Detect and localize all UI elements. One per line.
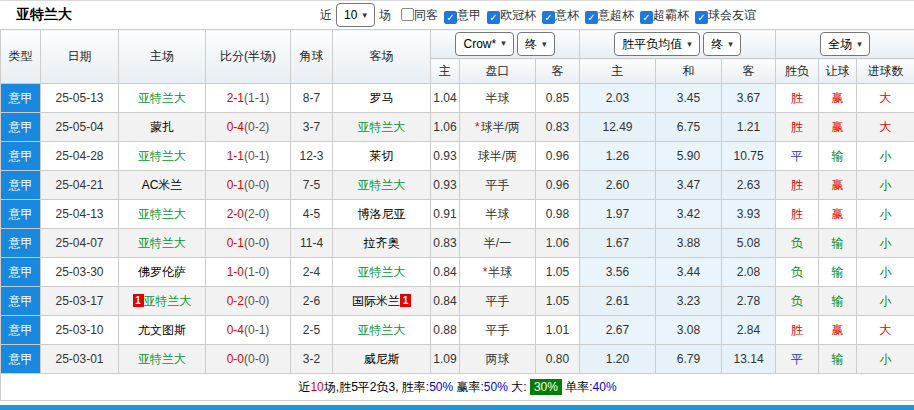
avg-final-select[interactable]: 终 ▾: [703, 32, 741, 56]
filter-label-club-friendly[interactable]: 球会友谊: [708, 8, 756, 22]
away-team-name[interactable]: 博洛尼亚: [358, 207, 406, 221]
sub-header-avg-win: 主: [580, 59, 656, 84]
away-team-name[interactable]: 莱切: [370, 149, 394, 163]
avg-lose-odds-cell: 5.08: [722, 229, 776, 258]
filter-label-italy-cup[interactable]: 意杯: [555, 8, 579, 22]
handicap-final-select[interactable]: 终 ▾: [517, 32, 555, 56]
handicap-away-odds-cell: 1.01: [536, 316, 580, 345]
score-cell: 0-4(0-1): [206, 316, 291, 345]
home-team-name[interactable]: 亚特兰大: [138, 236, 186, 250]
halftime-score: (0-1): [244, 149, 269, 163]
handicap-home-odds-cell: 1.06: [431, 113, 460, 142]
filter-checkbox-super-cup[interactable]: ✓: [640, 11, 653, 24]
away-team-name[interactable]: 亚特兰大: [358, 120, 406, 134]
match-row: 意甲25-04-28亚特兰大1-1(0-1)12-3莱切0.93球半/两0.96…: [1, 142, 914, 171]
col-header-home: 主场: [119, 30, 206, 84]
league-badge[interactable]: 意甲: [1, 177, 40, 194]
filter-label-super-cup[interactable]: 超霸杯: [653, 8, 689, 22]
league-badge[interactable]: 意甲: [1, 322, 40, 339]
home-team-name[interactable]: 亚特兰大: [138, 352, 186, 366]
chevron-down-icon: ▾: [728, 40, 733, 49]
score-cell: 0-0(0-0): [206, 345, 291, 374]
home-team-name[interactable]: 亚特兰大: [138, 149, 186, 163]
scope-select[interactable]: 全场 ▾: [820, 32, 870, 56]
league-badge[interactable]: 意甲: [1, 148, 40, 165]
away-team-name[interactable]: 拉齐奥: [364, 236, 400, 250]
filter-checkbox-italy-super-cup[interactable]: ✓: [585, 11, 598, 24]
match-row: 意甲25-03-10尤文图斯0-4(0-1)2-5亚特兰大0.88平手1.012…: [1, 316, 914, 345]
filter-checkbox-champions-league[interactable]: ✓: [487, 11, 500, 24]
score-cell: 0-2(0-0): [206, 287, 291, 316]
home-team-name[interactable]: 佛罗伦萨: [138, 265, 186, 279]
result-handicap-cell: 赢: [819, 113, 857, 142]
result-goals-cell: 小: [857, 200, 914, 229]
filter-label-italy-super-cup[interactable]: 意超杯: [598, 8, 634, 22]
avg-draw-odds-cell: 3.45: [656, 84, 722, 113]
league-cell: 意甲: [1, 142, 41, 171]
result-goals-cell: 小: [857, 229, 914, 258]
away-team-name[interactable]: 威尼斯: [364, 352, 400, 366]
league-handicap-trend-link[interactable]: 联赛盘路走势: [0, 405, 914, 410]
home-team-name[interactable]: 亚特兰大: [144, 294, 192, 308]
home-team-name[interactable]: 尤文图斯: [138, 323, 186, 337]
result-handicap-cell: 输: [819, 287, 857, 316]
avg-odds-group-header: 胜平负均值 ▾ 终 ▾: [580, 30, 776, 59]
avg-lose-odds-cell: 2.63: [722, 171, 776, 200]
halftime-score: (0-0): [244, 352, 269, 366]
handicap-final-value: 终: [525, 36, 537, 53]
filter-checkbox-same-away[interactable]: [401, 8, 414, 21]
handicap-name: 球半/两: [481, 120, 520, 134]
home-team-name[interactable]: 蒙扎: [150, 120, 174, 134]
date-cell: 25-03-01: [41, 345, 119, 374]
avg-win-odds-cell: 3.56: [580, 258, 656, 287]
home-team-cell: 亚特兰大: [119, 345, 206, 374]
away-team-name[interactable]: 亚特兰大: [358, 265, 406, 279]
match-count-select[interactable]: 10 ▾: [336, 3, 375, 27]
score-cell: 0-4(0-2): [206, 113, 291, 142]
filter-checkbox-club-friendly[interactable]: ✓: [695, 11, 708, 24]
filter-checkbox-serie-a[interactable]: ✓: [444, 11, 457, 24]
league-badge[interactable]: 意甲: [1, 235, 40, 252]
filter-label-same-away[interactable]: 同客: [414, 8, 438, 22]
handicap-name: 半球: [486, 207, 510, 221]
home-team-name[interactable]: 亚特兰大: [138, 207, 186, 221]
result-handicap-cell: 输: [819, 258, 857, 287]
result-handicap-cell: 输: [819, 142, 857, 171]
home-team-name[interactable]: 亚特兰大: [138, 91, 186, 105]
home-team-name[interactable]: AC米兰: [142, 178, 183, 192]
corner-cell: 2-6: [291, 287, 333, 316]
result-wdl-cell: 胜: [776, 200, 819, 229]
league-badge[interactable]: 意甲: [1, 351, 40, 368]
result-goals-cell: 小: [857, 171, 914, 200]
handicap-name: 半球: [486, 91, 510, 105]
filter-label-champions-league[interactable]: 欧冠杯: [500, 8, 536, 22]
away-team-name[interactable]: 国际米兰: [352, 294, 400, 308]
avg-odds-select[interactable]: 胜平负均值 ▾: [614, 32, 700, 56]
summary-win-rate: 50%: [429, 380, 453, 394]
avg-draw-odds-cell: 3.47: [656, 171, 722, 200]
home-team-cell: 1亚特兰大: [119, 287, 206, 316]
league-badge[interactable]: 意甲: [1, 206, 40, 223]
odds-changed-star: *: [483, 265, 488, 279]
away-team-name[interactable]: 亚特兰大: [358, 178, 406, 192]
league-badge[interactable]: 意甲: [1, 264, 40, 281]
avg-win-odds-cell: 2.03: [580, 84, 656, 113]
match-count-value: 10: [344, 8, 357, 22]
sub-header-handicap: 盘口: [460, 59, 536, 84]
handicap-cell: 平手: [460, 316, 536, 345]
away-team-name[interactable]: 亚特兰大: [358, 323, 406, 337]
score-cell: 0-1(0-0): [206, 229, 291, 258]
filter-label-serie-a[interactable]: 意甲: [457, 8, 481, 22]
bookmaker-select[interactable]: Crow* ▾: [455, 32, 513, 56]
chevron-down-icon: ▾: [362, 11, 367, 20]
away-team-name[interactable]: 罗马: [370, 91, 394, 105]
league-badge[interactable]: 意甲: [1, 119, 40, 136]
chevron-down-icon: ▾: [687, 40, 692, 49]
league-badge[interactable]: 意甲: [1, 293, 40, 310]
filter-checkbox-italy-cup[interactable]: ✓: [542, 11, 555, 24]
league-badge[interactable]: 意甲: [1, 90, 40, 107]
handicap-away-odds-cell: 0.85: [536, 84, 580, 113]
avg-win-odds-cell: 12.49: [580, 113, 656, 142]
summary-handicap-rate: 50%: [484, 380, 508, 394]
handicap-name: 球半/两: [478, 149, 517, 163]
